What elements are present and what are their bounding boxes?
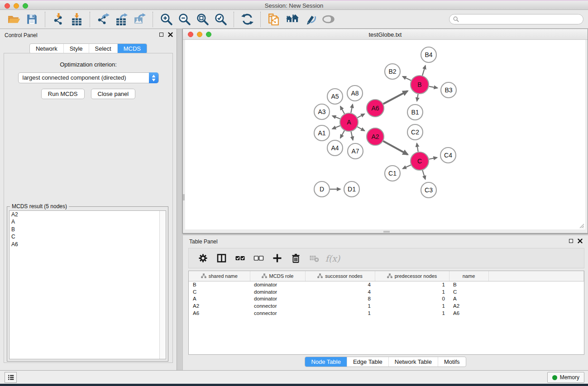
tab-edge-table[interactable]: Edge Table [347,357,388,367]
graph-edge-A-A1[interactable] [332,126,340,129]
table-float-panel-icon[interactable] [569,239,573,243]
gear-icon[interactable] [195,252,210,265]
memory-button[interactable]: Memory [547,372,584,383]
zoom-in-icon[interactable] [157,12,175,27]
tab-mcds[interactable]: MCDS [117,44,147,53]
graph-node-D[interactable]: D [314,181,330,197]
graph-node-C3[interactable]: C3 [421,182,436,198]
graph-node-A3[interactable]: A3 [314,104,330,119]
graph-edge-A-A6[interactable] [358,114,365,118]
unselect-all-icon[interactable] [251,252,266,265]
result-item[interactable]: A6 [10,241,166,248]
network-graph[interactable]: B4B2BB3A8A5A6B1A3AA1C2A2A4A7C4CC1C3DD1 [185,40,585,229]
horizontal-scroll-thumb[interactable] [383,231,390,233]
table-row[interactable]: Adominator80A [189,295,584,303]
select-all-icon[interactable] [232,252,248,265]
tab-network[interactable]: Network [30,44,63,53]
graph-node-C[interactable]: C [411,152,429,170]
table-row[interactable]: Bdominator41B [189,281,584,288]
graph-edge-A-A7[interactable] [351,132,353,140]
graph-edge-C-C1[interactable] [403,165,411,169]
zoom-fit-icon[interactable] [193,12,211,27]
graph-edge-A-A2[interactable] [357,127,364,131]
graph-node-B2[interactable]: B2 [385,64,400,79]
graph-edge-A-A4[interactable] [340,130,344,138]
column-header-name[interactable]: name [449,271,488,281]
column-header-shared-name[interactable]: shared name [189,271,250,281]
graph-node-B3[interactable]: B3 [441,82,456,98]
task-history-button[interactable] [5,372,17,383]
mcds-result-list[interactable]: A2ABCA6 [9,210,166,359]
search-field[interactable] [449,14,583,24]
table-close-panel-icon[interactable] [578,238,583,243]
graph-node-A6[interactable]: A6 [367,100,384,117]
zoom-selected-icon[interactable] [211,12,229,27]
network-canvas[interactable]: B4B2BB3A8A5A6B1A3AA1C2A2A4A7C4CC1C3DD1 [185,40,585,229]
graph-node-A7[interactable]: A7 [348,143,363,159]
graph-edge-A-A5[interactable] [340,106,344,114]
graph-edge-B-B1[interactable] [417,94,418,101]
add-icon[interactable] [269,252,285,265]
column-header-MCDS-role[interactable]: MCDS role [250,271,305,281]
result-item[interactable]: B [10,226,166,233]
home-icon[interactable] [283,12,301,27]
graph-node-C2[interactable]: C2 [407,124,423,140]
table-row[interactable]: A6connector11A6 [189,310,584,317]
float-panel-icon[interactable] [159,33,163,37]
trash-icon[interactable] [288,252,303,265]
tab-network-table[interactable]: Network Table [388,357,438,367]
graph-node-A[interactable]: A [340,113,358,131]
graph-edge-C-C3[interactable] [422,170,425,179]
export-table-icon[interactable] [112,12,130,27]
vertical-scroll-thumb[interactable] [183,194,185,200]
table-row[interactable]: Cdominator41C [189,288,584,295]
export-network-icon[interactable] [94,12,112,27]
result-scrollbar[interactable] [159,211,166,359]
search-input[interactable] [459,15,583,24]
import-network-icon[interactable] [49,12,67,27]
tab-select[interactable]: Select [89,44,117,53]
column-header-predecessor-nodes[interactable]: predecessor nodes [375,271,449,281]
graph-edge-A6-B[interactable] [383,91,408,104]
table-row[interactable]: A2connector11A2 [189,302,584,310]
graph-node-A2[interactable]: A2 [367,128,384,145]
graph-edge-B-B3[interactable] [429,86,438,88]
close-panel-button[interactable]: Close panel [91,89,136,99]
close-panel-icon[interactable] [168,32,173,37]
graph-edge-C-C4[interactable] [429,157,437,159]
network-window-titlebar[interactable]: testGlobe.txt [183,29,588,40]
graph-node-B[interactable]: B [411,76,429,94]
graph-edge-C-C2[interactable] [417,143,418,152]
graph-edge-B-B4[interactable] [422,66,425,76]
tab-node-table[interactable]: Node Table [305,357,347,367]
graph-node-A8[interactable]: A8 [347,86,363,101]
export-image-icon[interactable] [130,12,148,27]
columns-icon[interactable] [214,252,229,265]
node-table[interactable]: shared nameMCDS rolesuccessor nodesprede… [188,271,584,355]
graph-edge-A2-C[interactable] [383,141,408,155]
tab-style[interactable]: Style [63,44,89,53]
graph-edge-A-A8[interactable] [351,104,353,113]
save-icon[interactable] [23,12,41,27]
graph-node-B4[interactable]: B4 [421,47,436,62]
graph-node-C4[interactable]: C4 [440,148,456,163]
graph-node-C1[interactable]: C1 [385,166,400,181]
graph-node-A5[interactable]: A5 [327,89,343,104]
column-header-successor-nodes[interactable]: successor nodes [305,271,375,281]
graph-node-A4[interactable]: A4 [327,140,343,156]
eye-icon[interactable] [319,12,337,27]
graph-edge-B-B2[interactable] [403,76,411,81]
result-item[interactable]: A2 [10,211,166,218]
resize-grip-icon[interactable] [578,223,584,229]
annotation-marker-icon[interactable] [301,12,319,27]
graph-node-D1[interactable]: D1 [344,181,359,197]
zoom-out-icon[interactable] [175,12,193,27]
result-item[interactable]: C [10,233,166,240]
run-mcds-button[interactable]: Run MCDS [41,89,85,99]
open-folder-icon[interactable] [5,12,23,27]
graph-node-A1[interactable]: A1 [314,125,330,141]
graph-node-B1[interactable]: B1 [407,105,423,120]
network-file-icon[interactable] [265,12,283,27]
tab-motifs[interactable]: Motifs [438,357,466,367]
refresh-layout-icon[interactable] [238,12,256,27]
